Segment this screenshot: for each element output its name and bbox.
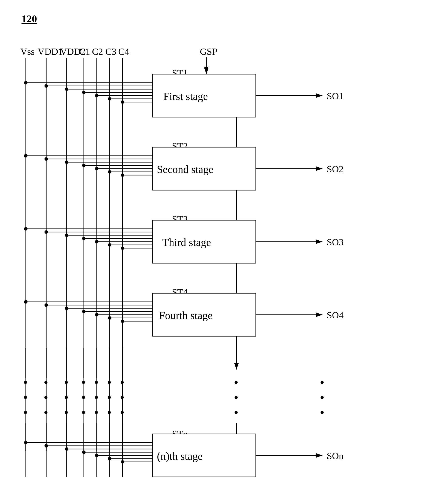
svg-point-19 xyxy=(82,91,86,94)
svg-point-51 xyxy=(45,230,48,234)
so4-label: SO4 xyxy=(327,310,344,321)
first-stage-label: First stage xyxy=(163,90,208,102)
svg-point-17 xyxy=(65,87,68,91)
svg-text:•: • xyxy=(94,390,99,405)
so3-label: SO3 xyxy=(327,237,344,247)
svg-point-15 xyxy=(45,84,48,88)
svg-point-75 xyxy=(95,313,99,316)
svg-text:•: • xyxy=(64,390,69,405)
svg-text:•: • xyxy=(81,390,86,405)
svg-text:•: • xyxy=(120,405,124,420)
svg-text:•: • xyxy=(107,390,111,405)
c4-label: C4 xyxy=(118,46,129,57)
svg-point-25 xyxy=(121,100,124,104)
second-stage-label: Second stage xyxy=(157,163,213,175)
svg-point-77 xyxy=(108,316,111,320)
c3-label: C3 xyxy=(105,46,116,57)
svg-text:•: • xyxy=(320,375,324,389)
svg-point-23 xyxy=(108,97,111,100)
svg-text:•: • xyxy=(23,390,28,405)
svg-point-13 xyxy=(24,81,28,84)
svg-point-59 xyxy=(108,243,111,247)
vdd1-label: VDD1 xyxy=(38,46,63,57)
svg-point-67 xyxy=(24,300,28,304)
son-label: SOn xyxy=(327,451,344,461)
svg-text:•: • xyxy=(234,390,238,405)
svg-text:•: • xyxy=(107,405,111,420)
c1-label: C1 xyxy=(79,46,90,57)
svg-point-53 xyxy=(65,234,68,237)
svg-point-35 xyxy=(65,161,68,164)
svg-text:•: • xyxy=(234,375,238,389)
so1-label: SO1 xyxy=(327,91,344,101)
svg-text:•: • xyxy=(64,405,69,420)
fourth-stage-label: Fourth stage xyxy=(159,309,213,321)
svg-point-31 xyxy=(24,154,28,157)
svg-point-71 xyxy=(65,306,68,310)
svg-text:•: • xyxy=(120,390,124,405)
svg-point-69 xyxy=(45,303,48,307)
so2-label: SO2 xyxy=(327,164,344,174)
svg-text:•: • xyxy=(94,405,99,420)
svg-point-43 xyxy=(121,173,124,177)
third-stage-label: Third stage xyxy=(162,236,211,248)
svg-text:•: • xyxy=(44,390,48,405)
nth-stage-label: (n)th stage xyxy=(157,450,202,462)
svg-point-49 xyxy=(24,227,28,231)
svg-point-73 xyxy=(82,310,86,313)
svg-point-79 xyxy=(121,319,124,323)
svg-point-41 xyxy=(108,170,111,174)
svg-point-37 xyxy=(82,164,86,167)
svg-text:•: • xyxy=(320,405,324,420)
svg-point-21 xyxy=(95,94,99,97)
gsp-label: GSP xyxy=(200,46,217,57)
svg-point-55 xyxy=(82,237,86,240)
svg-text:•: • xyxy=(23,405,28,420)
svg-text:•: • xyxy=(320,390,324,405)
svg-point-33 xyxy=(45,157,48,161)
svg-text:•: • xyxy=(234,405,238,420)
c2-label: C2 xyxy=(92,46,103,57)
svg-text:•: • xyxy=(44,405,48,420)
svg-point-57 xyxy=(95,240,99,243)
svg-text:•: • xyxy=(81,405,86,420)
vss-label: Vss xyxy=(20,46,35,57)
svg-point-61 xyxy=(121,246,124,250)
svg-point-39 xyxy=(95,167,99,170)
